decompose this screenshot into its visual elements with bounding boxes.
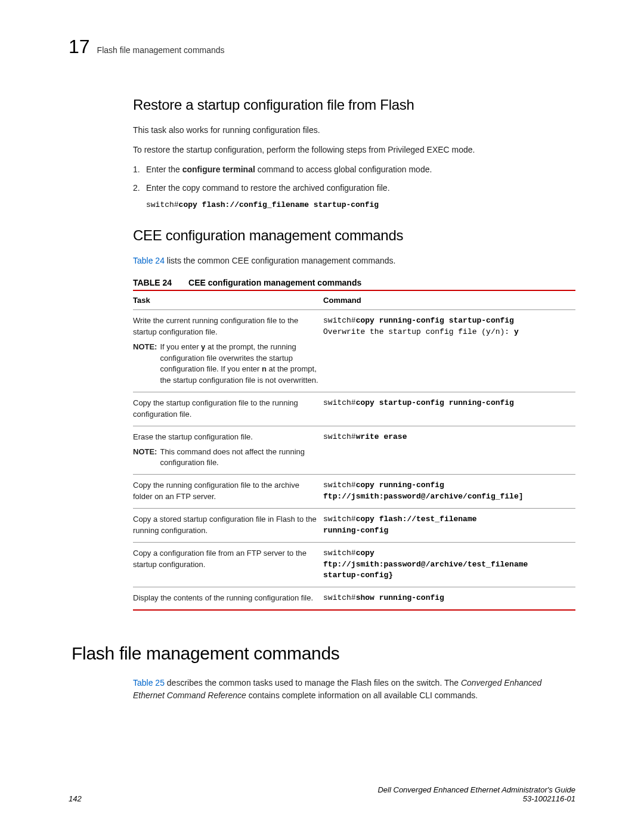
list-text: Enter the configure terminal command to … [146,163,575,176]
table-row: Display the contents of the running conf… [133,587,575,610]
cell-command: switch#copy running-config ftp://jsmith:… [323,475,575,509]
cell-task: Copy a configuration file from an FTP se… [133,542,323,587]
cell-task: Copy a stored startup configuration file… [133,508,323,542]
cell-command: switch#copy startup-config running-confi… [323,392,575,426]
section-heading-restore: Restore a startup configuration file fro… [133,97,575,113]
cell-task: Display the contents of the running conf… [133,587,323,610]
list-text: Enter the copy command to restore the ar… [146,182,575,194]
note-block: NOTE: This command does not affect the r… [133,447,321,469]
note-block: NOTE: If you enter y at the prompt, the … [133,342,321,386]
list-number: 2. [133,182,146,194]
chapter-number: 17 [69,36,90,58]
table-row: Copy the running configuration file to t… [133,475,575,509]
list-item: 2. Enter the copy command to restore the… [133,182,575,194]
section-heading-flash: Flash file management commands [72,643,575,664]
page-number: 142 [69,794,82,803]
page-header: 17 Flash file management commands [69,36,575,58]
h1-wrap: Flash file management commands [69,643,575,664]
table-row: Write the current running configuration … [133,310,575,392]
code-example: switch#copy flash://config_filename star… [146,200,575,209]
cee-commands-table: Task Command Write the current running c… [133,290,575,611]
col-header-command: Command [323,290,575,310]
cell-task: Erase the startup configuration file. NO… [133,426,323,475]
page-footer: 142 Dell Converged Enhanced Ethernet Adm… [69,785,575,803]
table-row: Copy a stored startup configuration file… [133,508,575,542]
main-content: Restore a startup configuration file fro… [69,97,575,702]
table-link[interactable]: Table 25 [133,678,165,688]
cell-command: switch#copy ftp://jsmith:password@/archi… [323,542,575,587]
list-number: 1. [133,163,146,176]
table-header-row: Task Command [133,290,575,310]
cell-task: Copy the startup configuration file to t… [133,392,323,426]
footer-doc-info: Dell Converged Enhanced Ethernet Adminis… [377,785,575,803]
cell-command: switch#show running-config [323,587,575,610]
table-row: Erase the startup configuration file. NO… [133,426,575,475]
cell-task: Copy the running configuration file to t… [133,475,323,509]
paragraph: This task also works for running configu… [133,124,575,137]
paragraph: Table 24 lists the common CEE configurat… [133,255,575,267]
paragraph: To restore the startup configuration, pe… [133,144,575,156]
col-header-task: Task [133,290,323,310]
table-link[interactable]: Table 24 [133,256,165,265]
cell-command: switch#write erase [323,426,575,475]
table-row: Copy the startup configuration file to t… [133,392,575,426]
paragraph: Table 25 describes the common tasks used… [133,677,575,702]
cell-command: switch#copy running-config startup-confi… [323,310,575,392]
chapter-title: Flash file management commands [97,45,225,55]
ordered-list: 1. Enter the configure terminal command … [133,163,575,194]
table-caption: TABLE 24CEE configuration management com… [133,278,575,287]
table-row: Copy a configuration file from an FTP se… [133,542,575,587]
cell-task: Write the current running configuration … [133,310,323,392]
cell-command: switch#copy flash://test_filename runnin… [323,508,575,542]
list-item: 1. Enter the configure terminal command … [133,163,575,176]
section-heading-cee: CEE configuration management commands [133,227,575,244]
